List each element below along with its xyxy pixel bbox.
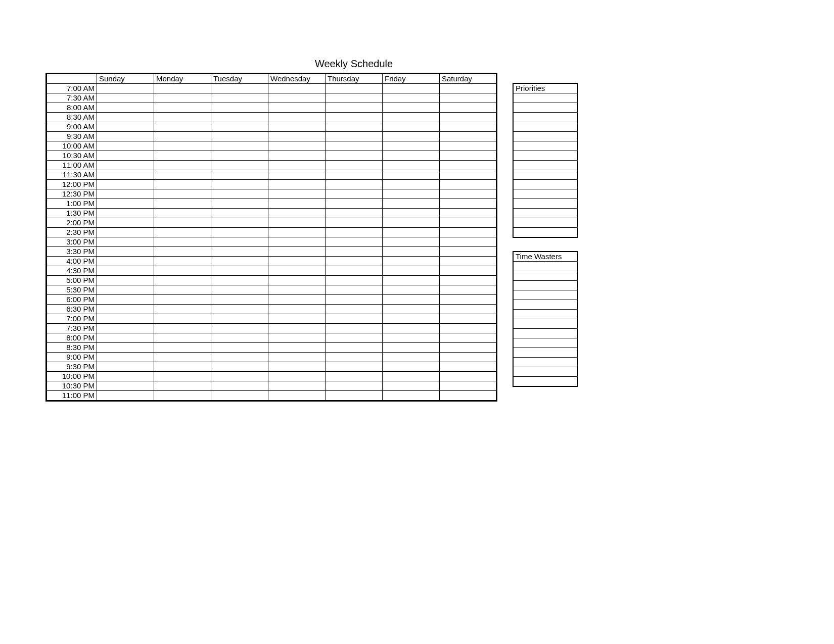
schedule-cell [326, 343, 383, 353]
schedule-cell [326, 84, 383, 93]
timewasters-box: Time Wasters [513, 251, 578, 387]
schedule-cell [268, 343, 326, 353]
sidebox-row [513, 310, 578, 319]
day-header: Sunday [97, 74, 154, 84]
sidebox-row [513, 132, 578, 141]
schedule-cell [383, 122, 440, 132]
schedule-table: SundayMondayTuesdayWednesdayThursdayFrid… [45, 73, 497, 402]
schedule-cell [154, 257, 211, 266]
sidebox-row [513, 377, 578, 387]
schedule-cell [97, 381, 154, 391]
schedule-cell [383, 237, 440, 247]
schedule-cell [154, 93, 211, 103]
schedule-cell [97, 84, 154, 93]
schedule-cell [383, 372, 440, 381]
table-row: 9:00 AM [47, 122, 497, 132]
schedule-cell [211, 103, 268, 113]
schedule-cell [326, 218, 383, 228]
time-label: 9:00 AM [47, 122, 97, 132]
schedule-cell [211, 257, 268, 266]
schedule-cell [326, 189, 383, 199]
schedule-cell [326, 391, 383, 401]
schedule-cell [326, 151, 383, 161]
schedule-cell [211, 372, 268, 381]
schedule-cell [211, 362, 268, 372]
schedule-cell [440, 353, 497, 362]
day-header: Saturday [440, 74, 497, 84]
table-row: 10:30 AM [47, 151, 497, 161]
schedule-cell [97, 372, 154, 381]
schedule-cell [268, 151, 326, 161]
time-label: 9:00 PM [47, 353, 97, 362]
schedule-cell [268, 257, 326, 266]
schedule-cell [211, 209, 268, 218]
schedule-cell [326, 209, 383, 218]
time-label: 8:30 PM [47, 343, 97, 353]
schedule-cell [211, 381, 268, 391]
table-row: 8:30 AM [47, 113, 497, 122]
schedule-cell [268, 218, 326, 228]
schedule-cell [326, 314, 383, 324]
schedule-cell [440, 170, 497, 180]
schedule-cell [97, 218, 154, 228]
schedule-cell [383, 362, 440, 372]
schedule-cell [97, 285, 154, 295]
schedule-cell [211, 113, 268, 122]
schedule-cell [326, 372, 383, 381]
time-label: 3:30 PM [47, 247, 97, 257]
schedule-cell [440, 333, 497, 343]
table-row: 6:30 PM [47, 305, 497, 314]
schedule-cell [97, 324, 154, 333]
schedule-cell [268, 189, 326, 199]
table-row: 8:00 AM [47, 103, 497, 113]
schedule-cell [97, 113, 154, 122]
table-row: 6:00 PM [47, 295, 497, 305]
sidebox-row [513, 122, 578, 132]
schedule-cell [383, 180, 440, 189]
schedule-cell [326, 228, 383, 237]
schedule-cell [326, 93, 383, 103]
schedule-cell [97, 122, 154, 132]
schedule-cell [211, 84, 268, 93]
schedule-cell [268, 276, 326, 285]
schedule-cell [154, 295, 211, 305]
time-label: 8:00 AM [47, 103, 97, 113]
schedule-cell [211, 180, 268, 189]
time-label: 10:00 PM [47, 372, 97, 381]
table-row: 2:00 PM [47, 218, 497, 228]
schedule-cell [440, 295, 497, 305]
schedule-cell [383, 151, 440, 161]
schedule-cell [326, 199, 383, 209]
time-label: 5:30 PM [47, 285, 97, 295]
schedule-cell [440, 381, 497, 391]
schedule-cell [97, 199, 154, 209]
sidebox-row [513, 281, 578, 290]
schedule-cell [326, 141, 383, 151]
schedule-cell [211, 228, 268, 237]
schedule-cell [211, 276, 268, 285]
schedule-cell [383, 305, 440, 314]
schedule-cell [154, 180, 211, 189]
schedule-cell [440, 343, 497, 353]
schedule-cell [268, 103, 326, 113]
schedule-cell [97, 391, 154, 401]
schedule-cell [383, 218, 440, 228]
schedule-cell [440, 324, 497, 333]
table-row: 8:30 PM [47, 343, 497, 353]
sidebox-row [513, 170, 578, 180]
day-header: Monday [154, 74, 211, 84]
schedule-cell [326, 103, 383, 113]
schedule-cell [440, 218, 497, 228]
schedule-cell [211, 266, 268, 276]
schedule-cell [383, 391, 440, 401]
schedule-cell [211, 218, 268, 228]
schedule-cell [383, 276, 440, 285]
schedule-cell [268, 266, 326, 276]
schedule-cell [268, 199, 326, 209]
schedule-cell [97, 266, 154, 276]
schedule-cell [154, 391, 211, 401]
time-label: 4:00 PM [47, 257, 97, 266]
schedule-cell [154, 333, 211, 343]
sidebox-row [513, 218, 578, 228]
schedule-cell [326, 170, 383, 180]
